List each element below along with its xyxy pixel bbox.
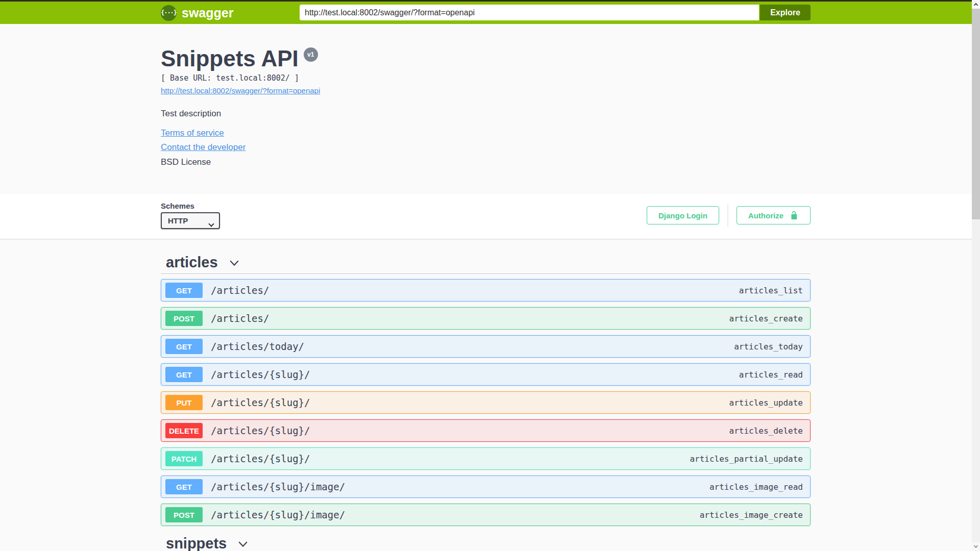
swagger-braces-icon: {···}: [161, 5, 177, 21]
operation-path: /articles/{slug}/: [211, 453, 310, 464]
page-title: Snippets API v1: [161, 46, 811, 71]
operation-path: /articles/{slug}/: [211, 369, 310, 380]
operations-root: articles GET /articles/ articles_list PO…: [161, 255, 811, 551]
swagger-logo-text: swagger: [182, 6, 233, 20]
operation-row-articles_list[interactable]: GET /articles/ articles_list: [161, 279, 811, 302]
operation-path: /articles/{slug}/: [211, 397, 310, 408]
method-badge: POST: [165, 311, 203, 326]
section-title: articles: [166, 255, 218, 269]
base-url: [ Base URL: test.local:8002/ ]: [161, 73, 811, 83]
django-login-label: Django Login: [658, 211, 707, 220]
operation-row-articles_update[interactable]: PUT /articles/{slug}/ articles_update: [161, 391, 811, 414]
method-badge: GET: [165, 339, 203, 354]
authorize-button[interactable]: Authorize: [737, 206, 811, 224]
operation-path: /articles/: [211, 313, 269, 324]
version-badge: v1: [304, 47, 318, 62]
operation-row-articles_partial_update[interactable]: PATCH /articles/{slug}/ articles_partial…: [161, 447, 811, 470]
schemes-label: Schemes: [161, 202, 220, 210]
unlocked-padlock-icon: [790, 211, 799, 220]
schemes-select[interactable]: HTTP: [161, 212, 220, 229]
scrollbar-up-button[interactable]: [972, 0, 980, 9]
operation-path: /articles/today/: [211, 341, 304, 352]
chevron-down-icon[interactable]: [228, 257, 240, 269]
scrollbar-down-button[interactable]: [972, 542, 980, 551]
operation-id: articles_partial_update: [690, 454, 803, 464]
swagger-logo: {···} swagger: [161, 5, 233, 21]
section-title: snippets: [166, 536, 227, 550]
scrollbar[interactable]: [972, 0, 980, 551]
operation-row-articles_image_create[interactable]: POST /articles/{slug}/image/ articles_im…: [161, 504, 811, 526]
operation-id: articles_today: [734, 342, 803, 352]
operation-path: /articles/: [211, 285, 269, 296]
operation-id: articles_image_create: [700, 510, 803, 520]
operation-list: GET /articles/ articles_list POST /artic…: [161, 274, 811, 526]
method-badge: GET: [165, 367, 203, 382]
operation-id: articles_update: [729, 398, 803, 408]
method-badge: GET: [165, 283, 203, 298]
chevron-up-icon: [974, 3, 978, 7]
api-description: Test description: [161, 109, 811, 119]
operation-id: articles_delete: [729, 426, 803, 436]
method-badge: POST: [165, 507, 203, 522]
operation-row-articles_read[interactable]: GET /articles/{slug}/ articles_read: [161, 363, 811, 386]
operation-row-articles_today[interactable]: GET /articles/today/ articles_today: [161, 335, 811, 358]
api-title-text: Snippets API: [161, 46, 299, 71]
scrollbar-thumb[interactable]: [972, 9, 980, 219]
operation-path: /articles/{slug}/: [211, 425, 310, 436]
section-header-articles[interactable]: articles: [161, 255, 811, 274]
operation-id: articles_list: [739, 286, 803, 295]
auth-wrapper: Django Login Authorize: [647, 204, 811, 227]
operation-path: /articles/{slug}/image/: [211, 509, 345, 520]
spec-link[interactable]: http://test.local:8002/swagger/?format=o…: [161, 86, 320, 95]
schemes-group: Schemes HTTP: [161, 202, 220, 229]
contact-developer-link[interactable]: Contact the developer: [161, 142, 246, 153]
api-section: articles GET /articles/ articles_list PO…: [161, 255, 811, 526]
operation-id: articles_image_read: [709, 482, 803, 492]
chevron-down-icon: [974, 544, 978, 548]
method-badge: DELETE: [165, 423, 203, 438]
spec-url-input[interactable]: [300, 5, 759, 20]
authorize-label: Authorize: [748, 211, 783, 220]
topbar: {···} swagger Explore: [0, 0, 972, 24]
divider: [727, 204, 728, 227]
api-section: snippets GET /snippets/ snippets_list: [161, 536, 811, 551]
spec-url-bar: Explore: [300, 5, 811, 20]
api-info-section: Snippets API v1 [ Base URL: test.local:8…: [161, 24, 811, 194]
license-text: BSD License: [161, 157, 811, 167]
operation-row-articles_delete[interactable]: DELETE /articles/{slug}/ articles_delete: [161, 419, 811, 442]
chevron-down-icon[interactable]: [237, 538, 249, 550]
method-badge: GET: [165, 479, 203, 494]
terms-of-service-link[interactable]: Terms of service: [161, 128, 224, 138]
explore-button[interactable]: Explore: [760, 5, 811, 20]
operation-path: /articles/{slug}/image/: [211, 481, 345, 492]
operation-row-articles_image_read[interactable]: GET /articles/{slug}/image/ articles_ima…: [161, 475, 811, 498]
scheme-container: Schemes HTTP Django Login Authorize: [0, 194, 980, 239]
operation-id: articles_create: [729, 314, 803, 323]
method-badge: PUT: [165, 395, 203, 410]
operation-id: articles_read: [739, 370, 803, 380]
method-badge: PATCH: [165, 451, 203, 466]
operation-row-articles_create[interactable]: POST /articles/ articles_create: [161, 307, 811, 330]
django-login-button[interactable]: Django Login: [647, 206, 719, 224]
section-header-snippets[interactable]: snippets: [161, 536, 811, 551]
